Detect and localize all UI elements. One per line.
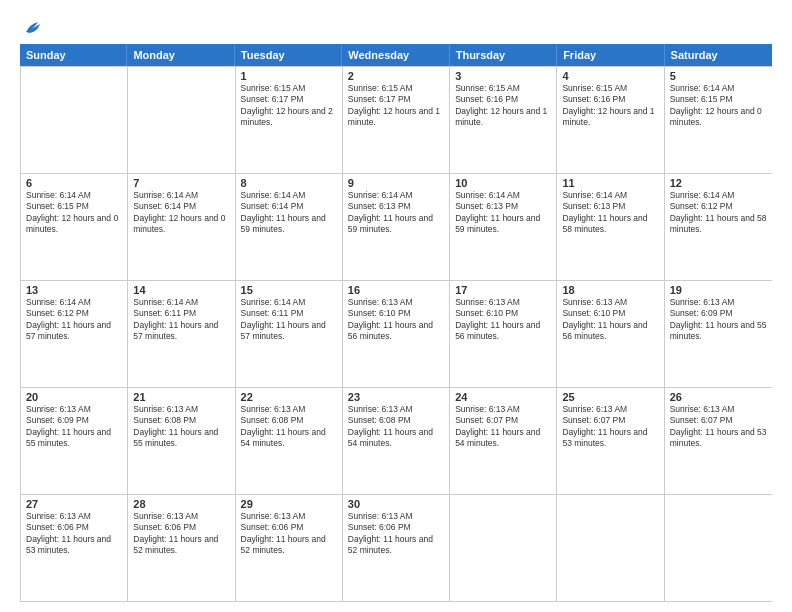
day-number: 7 <box>133 177 229 189</box>
sunrise-text: Sunrise: 6:15 AM <box>562 83 658 94</box>
sunset-text: Sunset: 6:06 PM <box>241 522 337 533</box>
sunrise-text: Sunrise: 6:13 AM <box>455 297 551 308</box>
calendar-cell: 23Sunrise: 6:13 AMSunset: 6:08 PMDayligh… <box>343 388 450 494</box>
sunset-text: Sunset: 6:17 PM <box>348 94 444 105</box>
daylight-text: Daylight: 11 hours and 59 minutes. <box>241 213 337 236</box>
sunset-text: Sunset: 6:17 PM <box>241 94 337 105</box>
sunrise-text: Sunrise: 6:14 AM <box>241 297 337 308</box>
day-number: 1 <box>241 70 337 82</box>
sunrise-text: Sunrise: 6:13 AM <box>26 511 122 522</box>
sunset-text: Sunset: 6:14 PM <box>133 201 229 212</box>
day-number: 17 <box>455 284 551 296</box>
sunset-text: Sunset: 6:10 PM <box>455 308 551 319</box>
day-number: 27 <box>26 498 122 510</box>
day-number: 14 <box>133 284 229 296</box>
daylight-text: Daylight: 12 hours and 1 minute. <box>348 106 444 129</box>
daylight-text: Daylight: 11 hours and 57 minutes. <box>26 320 122 343</box>
logo-bird-icon <box>22 18 44 40</box>
sunrise-text: Sunrise: 6:13 AM <box>26 404 122 415</box>
sunset-text: Sunset: 6:06 PM <box>133 522 229 533</box>
calendar-cell: 6Sunrise: 6:14 AMSunset: 6:15 PMDaylight… <box>21 174 128 280</box>
calendar-cell: 9Sunrise: 6:14 AMSunset: 6:13 PMDaylight… <box>343 174 450 280</box>
daylight-text: Daylight: 11 hours and 55 minutes. <box>670 320 767 343</box>
daylight-text: Daylight: 11 hours and 54 minutes. <box>348 427 444 450</box>
calendar-cell: 4Sunrise: 6:15 AMSunset: 6:16 PMDaylight… <box>557 67 664 173</box>
daylight-text: Daylight: 11 hours and 59 minutes. <box>348 213 444 236</box>
sunset-text: Sunset: 6:07 PM <box>562 415 658 426</box>
sunset-text: Sunset: 6:11 PM <box>133 308 229 319</box>
calendar-cell <box>450 495 557 601</box>
daylight-text: Daylight: 11 hours and 52 minutes. <box>348 534 444 557</box>
sunrise-text: Sunrise: 6:14 AM <box>26 190 122 201</box>
day-of-week-header: Sunday <box>20 44 127 66</box>
day-number: 23 <box>348 391 444 403</box>
calendar-cell: 22Sunrise: 6:13 AMSunset: 6:08 PMDayligh… <box>236 388 343 494</box>
sunset-text: Sunset: 6:08 PM <box>241 415 337 426</box>
daylight-text: Daylight: 12 hours and 0 minutes. <box>26 213 122 236</box>
calendar-cell: 11Sunrise: 6:14 AMSunset: 6:13 PMDayligh… <box>557 174 664 280</box>
sunrise-text: Sunrise: 6:13 AM <box>133 511 229 522</box>
sunset-text: Sunset: 6:07 PM <box>455 415 551 426</box>
page: SundayMondayTuesdayWednesdayThursdayFrid… <box>0 0 792 612</box>
day-number: 13 <box>26 284 122 296</box>
calendar-cell: 20Sunrise: 6:13 AMSunset: 6:09 PMDayligh… <box>21 388 128 494</box>
calendar-cell: 26Sunrise: 6:13 AMSunset: 6:07 PMDayligh… <box>665 388 772 494</box>
calendar-row: 13Sunrise: 6:14 AMSunset: 6:12 PMDayligh… <box>21 280 772 387</box>
calendar-cell: 30Sunrise: 6:13 AMSunset: 6:06 PMDayligh… <box>343 495 450 601</box>
calendar-cell: 14Sunrise: 6:14 AMSunset: 6:11 PMDayligh… <box>128 281 235 387</box>
daylight-text: Daylight: 11 hours and 52 minutes. <box>241 534 337 557</box>
sunset-text: Sunset: 6:09 PM <box>26 415 122 426</box>
day-number: 18 <box>562 284 658 296</box>
sunset-text: Sunset: 6:12 PM <box>670 201 767 212</box>
sunrise-text: Sunrise: 6:15 AM <box>455 83 551 94</box>
daylight-text: Daylight: 11 hours and 56 minutes. <box>348 320 444 343</box>
calendar-row: 27Sunrise: 6:13 AMSunset: 6:06 PMDayligh… <box>21 494 772 601</box>
sunrise-text: Sunrise: 6:14 AM <box>562 190 658 201</box>
calendar-cell: 28Sunrise: 6:13 AMSunset: 6:06 PMDayligh… <box>128 495 235 601</box>
day-number: 12 <box>670 177 767 189</box>
sunset-text: Sunset: 6:16 PM <box>562 94 658 105</box>
daylight-text: Daylight: 12 hours and 1 minute. <box>455 106 551 129</box>
daylight-text: Daylight: 11 hours and 59 minutes. <box>455 213 551 236</box>
sunrise-text: Sunrise: 6:13 AM <box>562 404 658 415</box>
day-number: 4 <box>562 70 658 82</box>
day-number: 30 <box>348 498 444 510</box>
day-number: 11 <box>562 177 658 189</box>
daylight-text: Daylight: 12 hours and 0 minutes. <box>133 213 229 236</box>
sunrise-text: Sunrise: 6:13 AM <box>348 511 444 522</box>
calendar-cell: 27Sunrise: 6:13 AMSunset: 6:06 PMDayligh… <box>21 495 128 601</box>
sunrise-text: Sunrise: 6:14 AM <box>241 190 337 201</box>
calendar-cell: 8Sunrise: 6:14 AMSunset: 6:14 PMDaylight… <box>236 174 343 280</box>
calendar-cell: 25Sunrise: 6:13 AMSunset: 6:07 PMDayligh… <box>557 388 664 494</box>
sunrise-text: Sunrise: 6:14 AM <box>26 297 122 308</box>
sunset-text: Sunset: 6:13 PM <box>348 201 444 212</box>
calendar-cell <box>665 495 772 601</box>
daylight-text: Daylight: 11 hours and 53 minutes. <box>562 427 658 450</box>
sunrise-text: Sunrise: 6:13 AM <box>241 404 337 415</box>
daylight-text: Daylight: 11 hours and 58 minutes. <box>670 213 767 236</box>
day-of-week-header: Friday <box>557 44 664 66</box>
day-number: 28 <box>133 498 229 510</box>
day-number: 29 <box>241 498 337 510</box>
day-number: 16 <box>348 284 444 296</box>
sunset-text: Sunset: 6:07 PM <box>670 415 767 426</box>
calendar-cell: 2Sunrise: 6:15 AMSunset: 6:17 PMDaylight… <box>343 67 450 173</box>
calendar-cell: 16Sunrise: 6:13 AMSunset: 6:10 PMDayligh… <box>343 281 450 387</box>
header <box>20 18 772 36</box>
sunrise-text: Sunrise: 6:13 AM <box>455 404 551 415</box>
sunrise-text: Sunrise: 6:13 AM <box>670 404 767 415</box>
daylight-text: Daylight: 11 hours and 55 minutes. <box>133 427 229 450</box>
daylight-text: Daylight: 12 hours and 0 minutes. <box>670 106 767 129</box>
sunset-text: Sunset: 6:13 PM <box>562 201 658 212</box>
calendar-cell: 10Sunrise: 6:14 AMSunset: 6:13 PMDayligh… <box>450 174 557 280</box>
sunrise-text: Sunrise: 6:13 AM <box>133 404 229 415</box>
sunrise-text: Sunrise: 6:13 AM <box>562 297 658 308</box>
calendar-row: 1Sunrise: 6:15 AMSunset: 6:17 PMDaylight… <box>21 66 772 173</box>
day-number: 21 <box>133 391 229 403</box>
daylight-text: Daylight: 11 hours and 52 minutes. <box>133 534 229 557</box>
daylight-text: Daylight: 11 hours and 57 minutes. <box>133 320 229 343</box>
day-number: 9 <box>348 177 444 189</box>
day-number: 10 <box>455 177 551 189</box>
sunset-text: Sunset: 6:08 PM <box>133 415 229 426</box>
day-of-week-header: Monday <box>127 44 234 66</box>
